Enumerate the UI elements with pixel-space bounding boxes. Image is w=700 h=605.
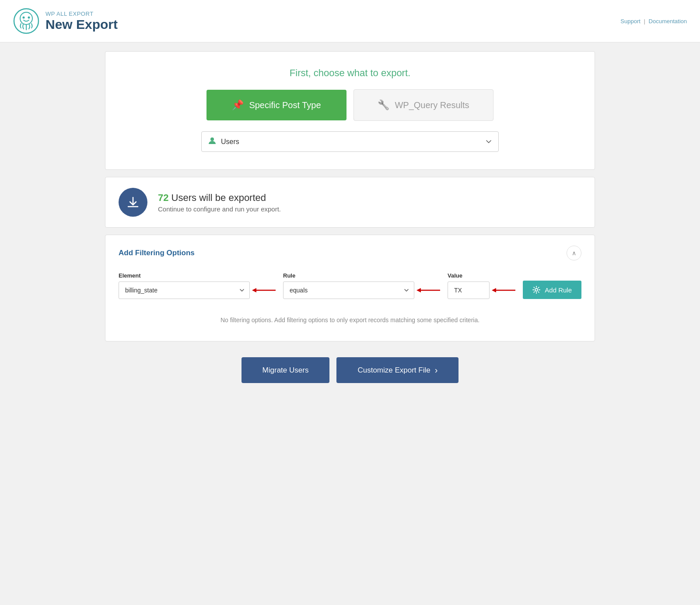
add-rule-wrapper: Add Rule [523,271,581,299]
element-label: Element [119,272,250,279]
export-type-title: First, choose what to export. [290,67,410,79]
svg-point-11 [535,288,538,291]
svg-point-3 [28,17,30,19]
link-separator: | [644,18,645,25]
rule-label: Rule [283,272,414,279]
chevron-right-icon: › [435,365,438,375]
bottom-actions: Migrate Users Customize Export File › [105,348,595,401]
header-brand: WP ALL EXPORT [46,11,118,17]
export-info-text: 72 Users will be exported Continue to co… [158,192,281,213]
migrate-users-button[interactable]: Migrate Users [242,357,330,383]
specific-post-type-button[interactable]: 📌 Specific Post Type [206,90,346,120]
filtering-title: Add Filtering Options [119,249,195,257]
gear-icon [532,286,540,294]
value-arrow [492,286,516,295]
rule-arrow [416,286,441,295]
filter-row: Element billing_state billing_city billi… [119,271,581,299]
export-sub-line: Continue to configure and run your expor… [158,205,281,213]
value-label: Value [448,272,490,279]
page-title: New Export [46,17,118,32]
customize-export-button[interactable]: Customize Export File › [336,357,458,383]
element-select[interactable]: billing_state billing_city billing_count… [119,281,250,299]
collapse-icon: ∧ [572,250,576,257]
header-links: Support | Documentation [620,18,687,25]
filter-rule-field: Rule equals not equals contains greater … [283,272,414,299]
post-type-select-container: Posts Pages Users Products Orders [201,131,499,152]
export-type-buttons: 📌 Specific Post Type 🔧 WP_Query Results [206,89,494,121]
filtering-card: Add Filtering Options ∧ Element billing_… [105,235,595,341]
support-link[interactable]: Support [620,18,640,25]
svg-marker-8 [416,288,421,292]
export-count-line: 72 Users will be exported [158,192,281,204]
add-rule-button[interactable]: Add Rule [523,281,581,299]
rule-select-wrapper: equals not equals contains greater than … [283,281,414,299]
svg-marker-6 [252,288,256,292]
post-type-dropdown-wrapper: Posts Pages Users Products Orders [201,131,499,152]
specific-post-type-label: Specific Post Type [249,100,321,110]
wp-query-label: WP_Query Results [395,100,469,110]
documentation-link[interactable]: Documentation [649,18,687,25]
collapse-button[interactable]: ∧ [567,246,581,260]
header-left: WP ALL EXPORT New Export [13,8,118,34]
logo-icon [13,8,39,34]
svg-point-2 [23,17,25,19]
export-download-icon [119,188,147,217]
pin-icon: 📌 [232,99,244,111]
value-input-wrapper [448,281,490,299]
post-type-select[interactable]: Posts Pages Users Products Orders [201,131,499,152]
svg-point-1 [20,12,32,25]
page-header: WP ALL EXPORT New Export Support | Docum… [0,0,700,42]
svg-marker-10 [492,288,496,292]
export-info-card: 72 Users will be exported Continue to co… [105,177,595,228]
header-title-group: WP ALL EXPORT New Export [46,11,118,32]
filter-element-field: Element billing_state billing_city billi… [119,272,250,299]
element-select-wrapper: billing_state billing_city billing_count… [119,281,250,299]
customize-label: Customize Export File [357,366,430,375]
element-arrow [252,286,276,295]
rule-select[interactable]: equals not equals contains greater than … [283,281,414,299]
wp-query-button[interactable]: 🔧 WP_Query Results [354,89,494,121]
value-input[interactable] [448,281,490,299]
filter-value-field: Value [448,272,490,299]
export-count: 72 [158,192,168,203]
filtering-header: Add Filtering Options ∧ [119,246,581,260]
export-type-card: First, choose what to export. 📌 Specific… [105,51,595,170]
no-filter-text: No filtering options. Add filtering opti… [119,308,581,328]
add-rule-label: Add Rule [545,286,572,294]
wrench-icon: 🔧 [378,99,389,111]
main-content: First, choose what to export. 📌 Specific… [96,51,604,401]
